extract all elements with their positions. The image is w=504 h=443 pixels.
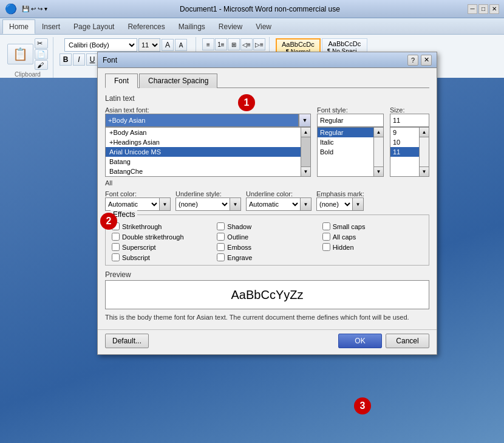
cut-button[interactable]: ✂ (35, 38, 48, 49)
size-scroll-up[interactable]: ▲ (420, 128, 429, 137)
style-scroll-up[interactable]: ▲ (374, 128, 383, 137)
size-input[interactable] (390, 114, 429, 127)
double-strikethrough-checkbox[interactable] (112, 233, 120, 241)
dialog-body: Font Character Spacing Latin text Asian … (98, 68, 437, 329)
style-item-bold[interactable]: Bold (318, 147, 373, 157)
cancel-button[interactable]: Cancel (386, 334, 429, 348)
scroll-down[interactable]: ▼ (301, 167, 310, 176)
font-list-scrollbar[interactable]: ▲ ▼ (301, 128, 310, 176)
superscript-checkbox-label[interactable]: Superscript (112, 243, 212, 251)
font-item-batangche[interactable]: BatangChe (106, 167, 301, 176)
strikethrough-checkbox-label[interactable]: Strikethrough (112, 222, 212, 230)
hidden-checkbox[interactable] (322, 243, 330, 251)
font-color-select[interactable]: Automatic (105, 197, 160, 211)
bold-button[interactable]: B (60, 53, 72, 66)
dialog-close-button[interactable]: ✕ (421, 55, 432, 66)
decrease-indent[interactable]: ◁≡ (240, 38, 253, 50)
tab-insert[interactable]: Insert (35, 19, 67, 34)
ribbon-group-clipboard: 📋 ✂ 📄 🖌 Clipboard (2, 37, 53, 79)
font-name-select[interactable]: Calibri (Body) (64, 38, 137, 52)
grow-font-button[interactable]: A (162, 39, 174, 51)
size-list: 9 10 11 ▲ ▼ (390, 127, 429, 177)
size-item-9[interactable]: 9 (390, 128, 419, 137)
all-caps-checkbox[interactable] (322, 233, 330, 241)
tab-font[interactable]: Font (105, 74, 138, 88)
asian-font-dropdown-arrow[interactable]: ▼ (299, 114, 311, 127)
latin-text-label: Latin text (105, 94, 429, 103)
emphasis-mark-select[interactable]: (none) (316, 197, 353, 211)
description-text: This is the body theme font for Asian te… (105, 313, 429, 322)
size-item-11[interactable]: 11 (390, 147, 419, 157)
font-item-headings-asian[interactable]: +Headings Asian (106, 137, 301, 147)
underline-color-dropdown[interactable]: ▼ (301, 197, 312, 211)
underline-style-dropdown[interactable]: ▼ (230, 197, 241, 211)
window-controls[interactable]: ─ □ ✕ (468, 4, 499, 14)
format-painter-button[interactable]: 🖌 (35, 60, 48, 70)
emphasis-mark-dropdown[interactable]: ▼ (353, 197, 364, 211)
superscript-checkbox[interactable] (112, 243, 120, 251)
font-item-arial-unicode[interactable]: Arial Unicode MS (106, 147, 301, 157)
effects-section: Effects Strikethrough Shadow Small caps … (105, 215, 429, 266)
tab-view[interactable]: View (249, 19, 278, 34)
underline-button[interactable]: U (86, 53, 98, 66)
quick-access-bar: 💾 ↩ ↪ ▾ (22, 5, 47, 12)
tab-character-spacing[interactable]: Character Spacing (139, 74, 217, 88)
font-style-input[interactable] (317, 114, 384, 127)
shadow-checkbox-label[interactable]: Shadow (217, 222, 317, 230)
scroll-up[interactable]: ▲ (301, 128, 310, 137)
hidden-checkbox-label[interactable]: Hidden (322, 243, 423, 251)
style-item-italic[interactable]: Italic (318, 137, 373, 147)
font-color-dropdown[interactable]: ▼ (160, 197, 171, 211)
emboss-checkbox[interactable] (217, 243, 225, 251)
outline-checkbox-label[interactable]: Outline (217, 233, 317, 241)
italic-button[interactable]: I (73, 53, 85, 66)
default-button[interactable]: Default... (105, 334, 149, 348)
emboss-checkbox-label[interactable]: Emboss (217, 243, 317, 251)
shadow-checkbox[interactable] (217, 222, 225, 230)
asian-font-input[interactable] (105, 114, 299, 127)
tab-page-layout[interactable]: Page Layout (67, 19, 121, 34)
preview-section: Preview AaBbCcYyZz (105, 270, 429, 309)
bullets-button[interactable]: ≡ (202, 38, 214, 50)
font-item-body-asian[interactable]: +Body Asian (106, 128, 301, 137)
multilevel-button[interactable]: ⊞ (228, 38, 240, 50)
all-caps-checkbox-label[interactable]: All caps (322, 233, 423, 241)
paste-button[interactable]: 📋 (7, 44, 33, 64)
font-color-label: Font color: (105, 190, 171, 197)
outline-checkbox[interactable] (217, 233, 225, 241)
dialog-tabs: Font Character Spacing (105, 73, 429, 88)
tab-mailings[interactable]: Mailings (172, 19, 212, 34)
title-bar: 🔵 💾 ↩ ↪ ▾ Document1 - Microsoft Word non… (0, 0, 504, 18)
underline-style-select[interactable]: (none) (175, 197, 230, 211)
underline-color-select[interactable]: Automatic (246, 197, 301, 211)
dialog-help-button[interactable]: ? (407, 55, 418, 66)
small-caps-checkbox[interactable] (322, 222, 330, 230)
dialog-footer: Default... OK Cancel (98, 329, 437, 354)
underline-style-group: Underline style: (none) ▼ (175, 190, 241, 211)
ok-button[interactable]: OK (338, 334, 382, 348)
size-scroll-down[interactable]: ▼ (420, 167, 429, 176)
dialog-titlebar: Font ? ✕ (98, 52, 437, 68)
increase-indent[interactable]: ▷≡ (253, 38, 265, 50)
double-strikethrough-checkbox-label[interactable]: Double strikethrough (112, 233, 212, 241)
copy-button[interactable]: 📄 (35, 49, 48, 60)
subscript-checkbox-label[interactable]: Subscript (112, 253, 212, 261)
tab-home[interactable]: Home (2, 19, 35, 34)
tab-references[interactable]: References (121, 19, 171, 34)
preview-text: AaBbCcYyZz (231, 288, 304, 302)
style-scroll-down[interactable]: ▼ (374, 167, 383, 176)
tab-review[interactable]: Review (212, 19, 249, 34)
small-caps-checkbox-label[interactable]: Small caps (322, 222, 423, 230)
font-item-batang[interactable]: Batang (106, 157, 301, 167)
engrave-checkbox[interactable] (217, 253, 225, 261)
subscript-checkbox[interactable] (112, 253, 120, 261)
style-item-regular[interactable]: Regular (318, 128, 373, 137)
size-item-10[interactable]: 10 (390, 137, 419, 147)
engrave-checkbox-label[interactable]: Engrave (217, 253, 317, 261)
font-size-select[interactable]: 11 (138, 38, 160, 52)
emphasis-mark-group: Emphasis mark: (none) ▼ (316, 190, 364, 211)
size-list-scrollbar[interactable]: ▲ ▼ (419, 128, 429, 176)
numbering-button[interactable]: 1≡ (215, 38, 227, 50)
shrink-font-button[interactable]: A (175, 39, 187, 51)
style-list-scrollbar[interactable]: ▲ ▼ (373, 128, 383, 176)
